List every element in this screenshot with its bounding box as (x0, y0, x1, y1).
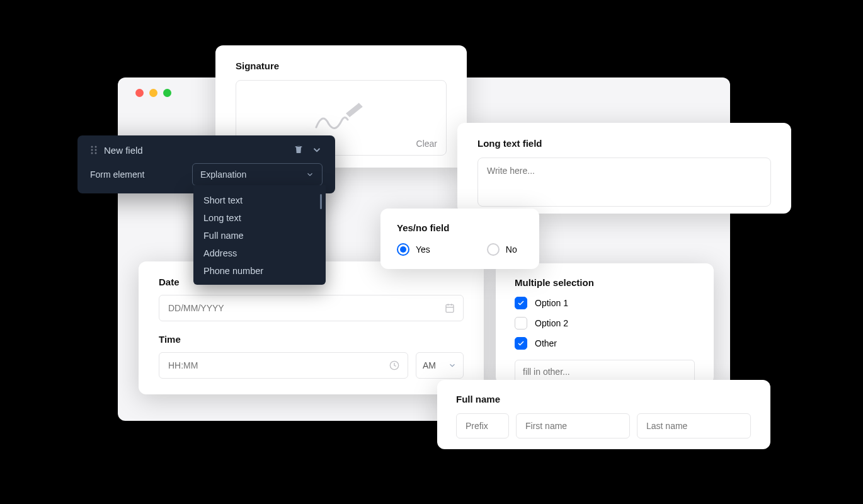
multiple-selection-card: Multiple selection Option 1 Option 2 Oth… (496, 263, 714, 384)
fullname-title: Full name (456, 394, 752, 404)
svg-point-6 (95, 146, 97, 148)
dropdown-item-phone-number[interactable]: Phone number (193, 262, 326, 280)
minimize-window-button[interactable] (149, 89, 157, 97)
multi-option-2-label: Option 2 (535, 318, 568, 328)
time-input[interactable] (159, 352, 408, 379)
clear-button[interactable]: Clear (416, 139, 437, 149)
dropdown-item-short-text[interactable]: Short text (193, 192, 326, 209)
longtext-input[interactable] (477, 158, 771, 207)
signature-pen-icon (313, 102, 370, 134)
longtext-title: Long text field (477, 138, 771, 149)
calendar-icon[interactable] (445, 303, 455, 313)
form-element-label: Form element (90, 169, 144, 180)
maximize-window-button[interactable] (163, 89, 171, 97)
yesno-title: Yes/no field (397, 222, 523, 233)
radio-icon (397, 243, 409, 256)
newfield-title: New field (104, 145, 143, 156)
checkbox-icon (515, 337, 527, 350)
close-window-button[interactable] (135, 89, 144, 97)
svg-rect-0 (446, 305, 454, 312)
dropdown-item-full-name[interactable]: Full name (193, 227, 326, 244)
svg-point-8 (95, 149, 97, 151)
ampm-value: AM (423, 360, 436, 370)
yes-option[interactable]: Yes (397, 243, 430, 256)
checkbox-icon (515, 297, 527, 309)
svg-point-10 (95, 152, 97, 154)
dropdown-item-long-text[interactable]: Long text (193, 209, 326, 227)
first-name-input[interactable] (516, 413, 630, 438)
ampm-select[interactable]: AM (416, 352, 464, 379)
no-option[interactable]: No (487, 243, 517, 256)
date-input[interactable] (159, 295, 464, 321)
form-element-select[interactable]: Explanation (192, 163, 323, 186)
drag-handle-icon[interactable] (90, 145, 98, 155)
prefix-input[interactable] (456, 413, 509, 438)
multi-option-2[interactable]: Option 2 (515, 317, 695, 329)
svg-point-9 (91, 152, 93, 154)
yes-no-card: Yes/no field Yes No (380, 209, 539, 269)
no-label: No (506, 244, 517, 255)
multi-option-other-label: Other (535, 338, 557, 348)
select-value: Explanation (200, 169, 246, 180)
scrollbar[interactable] (320, 194, 322, 209)
form-element-dropdown: Short text Long text Full name Address P… (193, 185, 326, 285)
clock-icon[interactable] (389, 360, 399, 370)
last-name-input[interactable] (637, 413, 751, 438)
full-name-card: Full name (437, 380, 770, 449)
multi-title: Multiple selection (515, 277, 695, 288)
dropdown-item-address[interactable]: Address (193, 244, 326, 262)
chevron-down-icon[interactable] (311, 144, 323, 156)
signature-title: Signature (236, 60, 447, 71)
long-text-card: Long text field (457, 123, 791, 214)
svg-point-5 (91, 146, 93, 148)
chevron-down-icon (448, 361, 457, 370)
chevron-down-icon (306, 170, 314, 179)
checkbox-icon (515, 317, 527, 329)
multi-option-other[interactable]: Other (515, 337, 695, 350)
multi-option-1[interactable]: Option 1 (515, 297, 695, 309)
trash-icon[interactable] (294, 144, 304, 156)
svg-point-7 (91, 149, 93, 151)
time-label: Time (159, 334, 464, 345)
yes-label: Yes (416, 244, 430, 255)
radio-icon (487, 243, 500, 256)
multi-option-1-label: Option 1 (535, 298, 568, 308)
